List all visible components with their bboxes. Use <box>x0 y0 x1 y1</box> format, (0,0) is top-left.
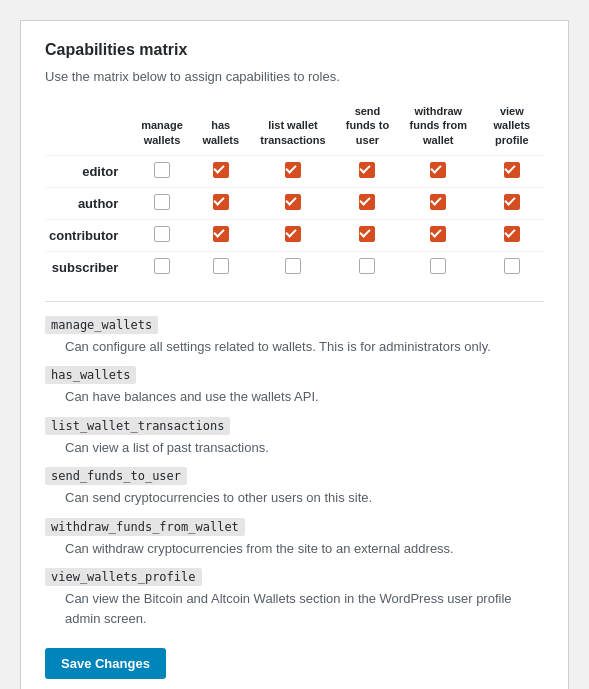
cell-list_wallet_transactions <box>248 219 338 251</box>
checkbox-subscriber-send_funds_to_user[interactable] <box>359 258 375 274</box>
table-row: subscriber <box>45 251 544 283</box>
capabilities-table: manage walletshas walletslist wallet tra… <box>45 100 544 283</box>
checkbox-editor-list_wallet_transactions[interactable] <box>285 162 301 178</box>
checkbox-author-manage_wallets[interactable] <box>154 194 170 210</box>
cell-has_wallets <box>194 219 248 251</box>
checkbox-author-send_funds_to_user[interactable] <box>359 194 375 210</box>
col-header-view_wallets_profile: view wallets profile <box>480 100 544 155</box>
col-header-manage_wallets: manage wallets <box>130 100 193 155</box>
desc-text-withdraw_funds_from_wallet: Can withdraw cryptocurrencies from the s… <box>45 539 544 559</box>
desc-block-withdraw_funds_from_wallet: withdraw_funds_from_walletCan withdraw c… <box>45 518 544 559</box>
table-row: contributor <box>45 219 544 251</box>
cell-has_wallets <box>194 251 248 283</box>
desc-block-view_wallets_profile: view_wallets_profileCan view the Bitcoin… <box>45 568 544 628</box>
cell-manage_wallets <box>130 155 193 187</box>
checkbox-author-has_wallets[interactable] <box>213 194 229 210</box>
checkbox-subscriber-manage_wallets[interactable] <box>154 258 170 274</box>
cell-withdraw_funds_from_wallet <box>397 219 480 251</box>
cell-withdraw_funds_from_wallet <box>397 251 480 283</box>
desc-text-list_wallet_transactions: Can view a list of past transactions. <box>45 438 544 458</box>
page-title: Capabilities matrix <box>45 41 544 59</box>
checkbox-subscriber-list_wallet_transactions[interactable] <box>285 258 301 274</box>
cell-list_wallet_transactions <box>248 251 338 283</box>
desc-block-list_wallet_transactions: list_wallet_transactionsCan view a list … <box>45 417 544 458</box>
role-name: editor <box>45 155 130 187</box>
col-header-list_wallet_transactions: list wallet transactions <box>248 100 338 155</box>
cell-manage_wallets <box>130 219 193 251</box>
checkbox-subscriber-view_wallets_profile[interactable] <box>504 258 520 274</box>
checkbox-editor-has_wallets[interactable] <box>213 162 229 178</box>
checkbox-editor-manage_wallets[interactable] <box>154 162 170 178</box>
save-button[interactable]: Save Changes <box>45 648 166 679</box>
cell-view_wallets_profile <box>480 155 544 187</box>
cell-send_funds_to_user <box>338 251 397 283</box>
role-name: contributor <box>45 219 130 251</box>
desc-code-has_wallets: has_wallets <box>45 366 136 384</box>
cell-manage_wallets <box>130 251 193 283</box>
table-row: author <box>45 187 544 219</box>
checkbox-author-list_wallet_transactions[interactable] <box>285 194 301 210</box>
desc-code-withdraw_funds_from_wallet: withdraw_funds_from_wallet <box>45 518 245 536</box>
role-name: subscriber <box>45 251 130 283</box>
desc-code-manage_wallets: manage_wallets <box>45 316 158 334</box>
capabilities-matrix-card: Capabilities matrix Use the matrix below… <box>20 20 569 689</box>
cell-view_wallets_profile <box>480 187 544 219</box>
cell-view_wallets_profile <box>480 219 544 251</box>
cell-view_wallets_profile <box>480 251 544 283</box>
checkbox-author-view_wallets_profile[interactable] <box>504 194 520 210</box>
cell-has_wallets <box>194 155 248 187</box>
table-header-row: manage walletshas walletslist wallet tra… <box>45 100 544 155</box>
cell-send_funds_to_user <box>338 219 397 251</box>
checkbox-editor-send_funds_to_user[interactable] <box>359 162 375 178</box>
checkbox-subscriber-withdraw_funds_from_wallet[interactable] <box>430 258 446 274</box>
cell-list_wallet_transactions <box>248 187 338 219</box>
col-header-send_funds_to_user: send funds to user <box>338 100 397 155</box>
desc-text-view_wallets_profile: Can view the Bitcoin and Altcoin Wallets… <box>45 589 544 628</box>
cell-withdraw_funds_from_wallet <box>397 187 480 219</box>
col-header-role <box>45 100 130 155</box>
desc-text-has_wallets: Can have balances and use the wallets AP… <box>45 387 544 407</box>
cell-withdraw_funds_from_wallet <box>397 155 480 187</box>
checkbox-contributor-list_wallet_transactions[interactable] <box>285 226 301 242</box>
cell-manage_wallets <box>130 187 193 219</box>
desc-block-manage_wallets: manage_walletsCan configure all settings… <box>45 316 544 357</box>
cell-send_funds_to_user <box>338 187 397 219</box>
descriptions-section: manage_walletsCan configure all settings… <box>45 301 544 629</box>
col-header-has_wallets: has wallets <box>194 100 248 155</box>
checkbox-contributor-withdraw_funds_from_wallet[interactable] <box>430 226 446 242</box>
checkbox-contributor-view_wallets_profile[interactable] <box>504 226 520 242</box>
checkbox-editor-view_wallets_profile[interactable] <box>504 162 520 178</box>
page-subtitle: Use the matrix below to assign capabilit… <box>45 69 544 84</box>
desc-block-send_funds_to_user: send_funds_to_userCan send cryptocurrenc… <box>45 467 544 508</box>
table-row: editor <box>45 155 544 187</box>
col-header-withdraw_funds_from_wallet: withdraw funds from wallet <box>397 100 480 155</box>
checkbox-contributor-send_funds_to_user[interactable] <box>359 226 375 242</box>
role-name: author <box>45 187 130 219</box>
checkbox-contributor-manage_wallets[interactable] <box>154 226 170 242</box>
desc-text-manage_wallets: Can configure all settings related to wa… <box>45 337 544 357</box>
desc-text-send_funds_to_user: Can send cryptocurrencies to other users… <box>45 488 544 508</box>
cell-list_wallet_transactions <box>248 155 338 187</box>
desc-block-has_wallets: has_walletsCan have balances and use the… <box>45 366 544 407</box>
desc-code-view_wallets_profile: view_wallets_profile <box>45 568 202 586</box>
cell-has_wallets <box>194 187 248 219</box>
checkbox-editor-withdraw_funds_from_wallet[interactable] <box>430 162 446 178</box>
checkbox-contributor-has_wallets[interactable] <box>213 226 229 242</box>
cell-send_funds_to_user <box>338 155 397 187</box>
desc-code-send_funds_to_user: send_funds_to_user <box>45 467 187 485</box>
desc-code-list_wallet_transactions: list_wallet_transactions <box>45 417 230 435</box>
checkbox-author-withdraw_funds_from_wallet[interactable] <box>430 194 446 210</box>
checkbox-subscriber-has_wallets[interactable] <box>213 258 229 274</box>
table-body: editorauthorcontributorsubscriber <box>45 155 544 283</box>
